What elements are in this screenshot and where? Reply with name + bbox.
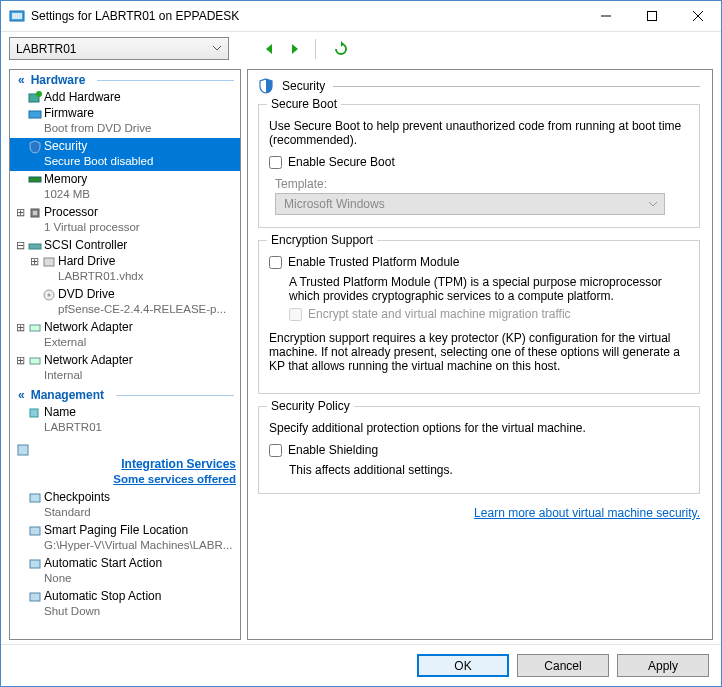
- expand-icon[interactable]: ⊞: [14, 205, 26, 237]
- vm-selector-value: LABRTR01: [16, 42, 76, 56]
- services-icon: [14, 442, 32, 457]
- tree-item-dvd-drive[interactable]: DVD DrivepfSense-CE-2.4.4-RELEASE-p...: [10, 286, 240, 319]
- checkbox-label: Enable Trusted Platform Module: [288, 255, 459, 269]
- enable-secure-boot-checkbox[interactable]: [269, 156, 282, 169]
- autostop-icon: [26, 589, 44, 621]
- expand-icon[interactable]: ⊞: [14, 320, 26, 352]
- tree-item-add-hardware[interactable]: Add Hardware: [10, 89, 240, 105]
- nav-prev-button[interactable]: [259, 39, 279, 59]
- tree-item-autostop[interactable]: Automatic Stop ActionShut Down: [10, 588, 240, 621]
- svg-rect-22: [30, 560, 40, 568]
- toolbar: LABRTR01: [1, 31, 721, 63]
- tree-item-processor[interactable]: ⊞ Processor1 Virtual processor: [10, 204, 240, 237]
- nav-next-button[interactable]: [285, 39, 305, 59]
- tree-item-name[interactable]: NameLABRTR01: [10, 404, 240, 437]
- learn-more-link[interactable]: Learn more about virtual machine securit…: [258, 506, 700, 520]
- close-button[interactable]: [675, 1, 721, 31]
- secure-boot-desc: Use Secure Boot to help prevent unauthor…: [269, 119, 689, 147]
- ok-button[interactable]: OK: [417, 654, 509, 677]
- enable-tpm-row[interactable]: Enable Trusted Platform Module: [269, 255, 689, 269]
- content-header: Security: [258, 78, 700, 94]
- reload-button[interactable]: [330, 38, 352, 60]
- chevron-down-icon: [648, 198, 658, 210]
- encrypt-migration-row: Encrypt state and virtual machine migrat…: [289, 307, 689, 321]
- group-title: Secure Boot: [267, 97, 341, 111]
- shielding-note: This affects additional settings.: [289, 463, 689, 477]
- enable-tpm-checkbox[interactable]: [269, 256, 282, 269]
- template-value: Microsoft Windows: [284, 197, 385, 211]
- maximize-button[interactable]: [629, 1, 675, 31]
- checkbox-label: Encrypt state and virtual machine migrat…: [308, 307, 571, 321]
- content-panel: Security Secure Boot Use Secure Boot to …: [247, 69, 713, 640]
- tree-item-memory[interactable]: Memory1024 MB: [10, 171, 240, 204]
- minimize-button[interactable]: [583, 1, 629, 31]
- security-policy-group: Security Policy Specify additional prote…: [258, 406, 700, 494]
- svg-rect-16: [30, 325, 40, 331]
- titlebar: Settings for LABRTR01 on EPPADESK: [1, 1, 721, 31]
- enable-secure-boot-row[interactable]: Enable Secure Boot: [269, 155, 689, 169]
- disc-icon: [40, 287, 58, 319]
- content-title: Security: [282, 79, 325, 93]
- checkpoint-icon: [26, 490, 44, 522]
- autostart-icon: [26, 556, 44, 588]
- svg-rect-18: [30, 409, 38, 417]
- tree-item-network-1[interactable]: ⊞ Network AdapterExternal: [10, 319, 240, 352]
- tree-item-checkpoints[interactable]: CheckpointsStandard: [10, 489, 240, 522]
- nic-icon: [26, 320, 44, 352]
- cpu-icon: [26, 205, 44, 237]
- tree-item-smartpaging[interactable]: Smart Paging File LocationG:\Hyper-V\Vir…: [10, 522, 240, 555]
- paging-icon: [26, 523, 44, 555]
- shield-icon: [258, 78, 274, 94]
- tree-item-hard-drive[interactable]: ⊞ Hard DriveLABRTR01.vhdx: [10, 253, 240, 286]
- firmware-icon: [26, 106, 44, 138]
- svg-point-15: [48, 294, 51, 297]
- add-hardware-icon: [26, 90, 44, 105]
- tree-item-network-2[interactable]: ⊞ Network AdapterInternal: [10, 352, 240, 385]
- controller-icon: [26, 238, 44, 253]
- collapse-icon[interactable]: ⊟: [14, 238, 26, 253]
- svg-rect-20: [30, 494, 40, 502]
- memory-icon: [26, 172, 44, 204]
- cancel-button[interactable]: Cancel: [517, 654, 609, 677]
- tag-icon: [26, 405, 44, 437]
- dialog-footer: OK Cancel Apply: [1, 644, 721, 686]
- svg-rect-1: [12, 13, 22, 19]
- enable-shielding-row[interactable]: Enable Shielding: [269, 443, 689, 457]
- svg-rect-21: [30, 527, 40, 535]
- tree-item-scsi[interactable]: ⊟ SCSI Controller: [10, 237, 240, 253]
- app-icon: [9, 8, 25, 24]
- enable-shielding-checkbox[interactable]: [269, 444, 282, 457]
- encryption-group: Encryption Support Enable Trusted Platfo…: [258, 240, 700, 394]
- svg-rect-8: [29, 111, 41, 118]
- checkbox-label: Enable Shielding: [288, 443, 378, 457]
- expand-icon[interactable]: ⊞: [28, 254, 40, 286]
- settings-window: Settings for LABRTR01 on EPPADESK LABRTR…: [0, 0, 722, 687]
- svg-rect-11: [33, 211, 37, 215]
- svg-rect-9: [29, 177, 41, 182]
- svg-rect-23: [30, 593, 40, 601]
- svg-rect-3: [648, 12, 657, 21]
- collapse-icon[interactable]: «: [18, 73, 25, 87]
- apply-button[interactable]: Apply: [617, 654, 709, 677]
- settings-tree[interactable]: « Hardware Add Hardware FirmwareBoot fro…: [9, 69, 241, 640]
- vm-selector-dropdown[interactable]: LABRTR01: [9, 37, 229, 60]
- tree-item-firmware[interactable]: FirmwareBoot from DVD Drive: [10, 105, 240, 138]
- encrypt-migration-checkbox: [289, 308, 302, 321]
- collapse-icon[interactable]: «: [18, 388, 25, 402]
- tpm-desc: A Trusted Platform Module (TPM) is a spe…: [289, 275, 689, 303]
- tree-item-autostart[interactable]: Automatic Start ActionNone: [10, 555, 240, 588]
- group-title: Encryption Support: [267, 233, 377, 247]
- management-section-header: « Management: [10, 385, 240, 404]
- svg-rect-17: [30, 358, 40, 364]
- template-dropdown: Microsoft Windows: [275, 193, 665, 215]
- hardware-section-header: « Hardware: [10, 70, 240, 89]
- checkbox-label: Enable Secure Boot: [288, 155, 395, 169]
- expand-icon[interactable]: ⊞: [14, 353, 26, 385]
- group-title: Security Policy: [267, 399, 354, 413]
- svg-rect-12: [29, 244, 41, 249]
- kp-desc: Encryption support requires a key protec…: [269, 331, 689, 373]
- template-label: Template:: [275, 177, 689, 191]
- secure-boot-group: Secure Boot Use Secure Boot to help prev…: [258, 104, 700, 228]
- tree-item-integration[interactable]: Integration ServicesSome services offere…: [10, 441, 240, 489]
- tree-item-security[interactable]: SecuritySecure Boot disabled: [10, 138, 240, 171]
